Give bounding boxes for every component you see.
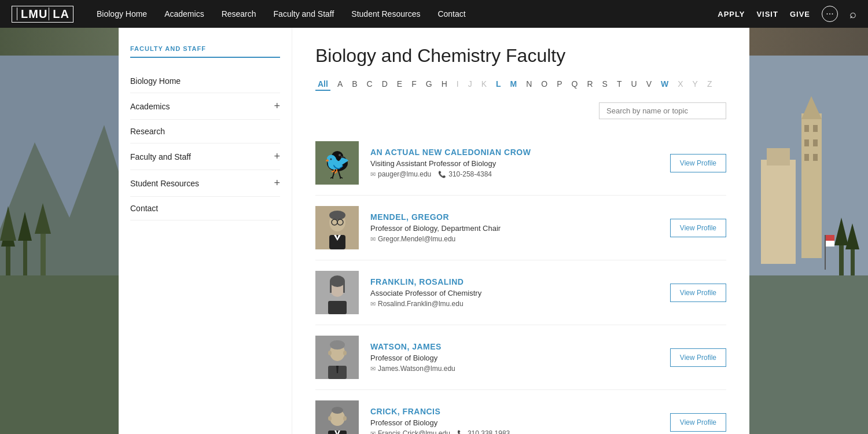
faculty-photo-crow [315,141,359,185]
alpha-h[interactable]: H [439,78,450,91]
faculty-title-crow: Visiting Assistant Professor of Biology [370,159,659,168]
alpha-all[interactable]: All [315,78,330,91]
alpha-u[interactable]: U [629,78,639,91]
alpha-g[interactable]: G [424,78,435,91]
alpha-e[interactable]: E [395,78,404,91]
alpha-p[interactable]: P [554,78,564,91]
alpha-y: Y [690,78,700,91]
faculty-info-franklin: FRANKLIN, ROSALIND Associate Professor o… [370,277,659,308]
svg-point-58 [343,351,347,355]
alpha-a[interactable]: A [335,78,345,91]
faculty-email-franklin: ✉ Rosalind.Franklin@lmu.edu [370,300,464,308]
view-profile-button-franklin[interactable]: View Profile [670,284,726,302]
sidebar-item-research[interactable]: Research [130,120,280,144]
alpha-f[interactable]: F [409,78,419,91]
alpha-t[interactable]: T [615,78,624,91]
bg-left-panel [0,56,119,434]
email-value-crick: Francis.Crick@lmu.edu [378,429,450,434]
nav-faculty-staff[interactable]: Faculty and Staff [274,9,334,19]
alpha-b[interactable]: B [350,78,359,91]
svg-rect-29 [315,141,359,185]
table-row: FRANKLIN, ROSALIND Associate Professor o… [315,260,726,325]
nav-biology-home[interactable]: Biology Home [97,9,147,19]
alpha-s[interactable]: S [600,78,610,91]
email-value-crow: pauger@lmu.edu [378,170,431,178]
give-link[interactable]: GIVE [790,10,810,19]
faculty-photo-mendel [315,206,359,249]
faculty-title-franklin: Associate Professor of Chemistry [370,289,659,297]
faculty-email-crick: ✉ Francis.Crick@lmu.edu [370,429,450,434]
apply-link[interactable]: APPLY [718,10,745,19]
sidebar-item-academics[interactable]: Academics + [130,93,280,120]
faculty-email-mendel: ✉ Gregor.Mendel@lmu.edu [370,235,455,243]
alpha-o[interactable]: O [539,78,550,91]
svg-rect-13 [801,113,822,258]
alpha-m[interactable]: M [508,78,520,91]
alpha-v[interactable]: V [644,78,654,91]
logo[interactable]: LMULA [12,6,73,23]
visit-link[interactable]: VISIT [756,10,778,19]
nav-student-resources[interactable]: Student Resources [351,9,420,19]
svg-point-56 [330,340,345,350]
alpha-c[interactable]: C [365,78,375,91]
nav-academics[interactable]: Academics [164,9,204,19]
faculty-photo-franklin [315,271,359,314]
nav-contact[interactable]: Contact [437,9,465,19]
faculty-name-crick[interactable]: CRICK, FRANCIS [370,407,659,416]
view-profile-button-crow[interactable]: View Profile [670,154,726,172]
faculty-title-crick: Professor of Biology [370,418,659,427]
table-row: MENDEL, GREGOR Professor of Biology, Dep… [315,196,726,260]
expand-faculty-icon[interactable]: + [274,150,280,163]
sidebar-label-faculty-staff: Faculty and Staff [130,152,191,161]
faculty-name-franklin[interactable]: FRANKLIN, ROSALIND [370,277,659,286]
svg-rect-7 [41,229,46,275]
alpha-d[interactable]: D [380,78,390,91]
sidebar-label-academics: Academics [130,102,170,111]
search-nav-icon[interactable]: ⌕ [849,8,856,21]
alpha-n[interactable]: N [524,78,534,91]
svg-rect-21 [839,241,844,275]
sidebar-item-biology-home[interactable]: Biology Home [130,69,280,93]
view-profile-button-crick[interactable]: View Profile [670,413,726,432]
expand-academics-icon[interactable]: + [274,100,280,112]
expand-student-icon[interactable]: + [274,177,280,189]
faculty-contact-crick: ✉ Francis.Crick@lmu.edu 📞 310.338.1983 [370,429,659,434]
email-icon-crick: ✉ [370,430,376,435]
view-profile-button-watson[interactable]: View Profile [670,348,726,367]
email-value-watson: James.Watson@lmu.edu [378,365,455,373]
svg-point-33 [339,154,341,156]
sidebar-item-faculty-staff[interactable]: Faculty and Staff + [130,144,280,170]
email-icon-mendel: ✉ [370,236,376,243]
view-profile-button-mendel[interactable]: View Profile [670,219,726,237]
svg-rect-53 [328,301,347,314]
alpha-q[interactable]: Q [569,78,580,91]
sidebar-label-research: Research [130,127,165,136]
svg-point-31 [332,151,343,161]
search-input[interactable] [599,102,726,119]
svg-point-64 [328,416,332,421]
faculty-name-mendel[interactable]: MENDEL, GREGOR [370,212,659,222]
svg-rect-28 [826,241,834,247]
alpha-w[interactable]: W [659,78,671,91]
faculty-phone-crick: 📞 310.338.1983 [457,429,510,434]
nav-research[interactable]: Research [222,9,256,19]
alpha-l[interactable]: L [494,78,503,91]
faculty-title-mendel: Professor of Biology, Department Chair [370,224,659,233]
main-wrapper: FACULTY AND STAFF Biology Home Academics… [0,28,868,434]
email-icon-franklin: ✉ [370,300,376,308]
alpha-i: I [454,78,461,91]
svg-rect-20 [813,154,818,161]
faculty-name-crow[interactable]: AN ACTUAL NEW CALEDONIAN CROW [370,148,659,157]
phone-value-crick: 310.338.1983 [468,429,510,434]
sidebar-item-student-resources[interactable]: Student Resources + [130,170,280,197]
faculty-phone-crow: 📞 310-258-4384 [438,170,492,178]
alpha-r[interactable]: R [584,78,595,91]
sidebar-section-label: FACULTY AND STAFF [130,45,280,58]
email-icon: ✉ [370,171,376,178]
more-options-icon[interactable]: ··· [822,6,838,22]
email-value-franklin: Rosalind.Franklin@lmu.edu [378,300,464,308]
sidebar-item-contact[interactable]: Contact [130,197,280,220]
faculty-name-watson[interactable]: WATSON, JAMES [370,342,659,351]
faculty-contact-franklin: ✉ Rosalind.Franklin@lmu.edu [370,300,659,308]
search-bar-wrap [315,102,726,119]
